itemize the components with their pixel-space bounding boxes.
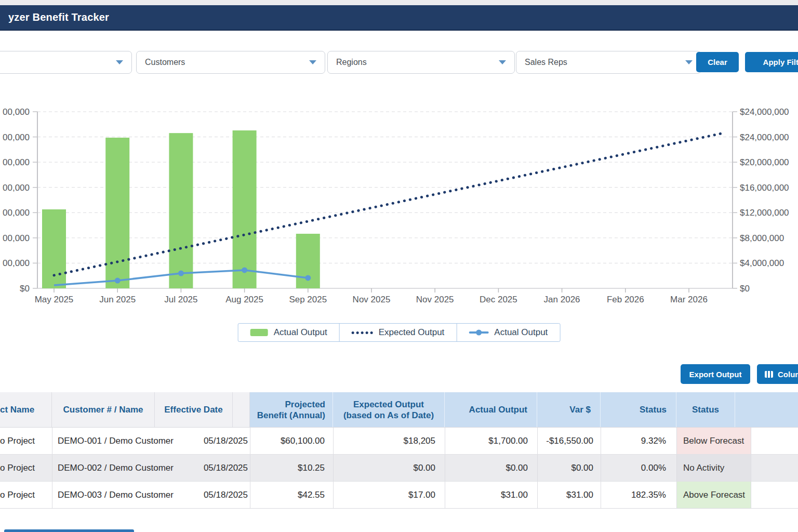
cell-expected-output: $17.00 bbox=[333, 482, 445, 508]
table-row[interactable]: o Project DEMO-002 / Demo Customer 05/18… bbox=[0, 454, 798, 481]
x-axis-label: Jan 2026 bbox=[544, 295, 580, 304]
table-row[interactable]: o Project DEMO-003 / Demo Customer 05/18… bbox=[0, 481, 798, 509]
left-axis-tick-label: 00,000 bbox=[3, 233, 30, 243]
apply-filters-button[interactable]: Apply Filters bbox=[745, 52, 798, 72]
right-axis-tick-label: $8,000,000 bbox=[740, 233, 784, 243]
x-axis-label: Mar 2026 bbox=[670, 295, 708, 304]
left-axis-tick-label: 00,000 bbox=[3, 258, 30, 268]
cell-customer-and-date: DEMO-003 / Demo Customer 05/18/2025 bbox=[52, 482, 250, 508]
column-header-expected-output[interactable]: Expected Output(based on As of Date) bbox=[333, 392, 445, 427]
right-axis-tick-label: $0 bbox=[740, 284, 750, 294]
actual-output-bar[interactable] bbox=[169, 133, 193, 288]
legend-item-actual-output-bar[interactable]: Actual Output bbox=[238, 324, 339, 341]
column-header-spacer bbox=[233, 392, 250, 427]
left-axis-tick-label: $0 bbox=[20, 284, 30, 294]
x-axis-label: Jul 2025 bbox=[164, 295, 197, 304]
left-axis-tick-label: 00,000 bbox=[3, 208, 30, 218]
filter-dropdown-first[interactable] bbox=[0, 51, 132, 74]
x-axis-label: Nov 2025 bbox=[416, 295, 454, 304]
table-row[interactable]: o Project DEMO-001 / Demo Customer 05/18… bbox=[0, 427, 798, 454]
x-axis-label: Feb 2026 bbox=[607, 295, 644, 304]
filter-dropdown-sales-reps-label: Sales Reps bbox=[525, 58, 567, 67]
page-title: yzer Benefit Tracker bbox=[8, 11, 109, 23]
actual-output-marker[interactable] bbox=[305, 275, 311, 281]
actual-output-bar[interactable] bbox=[105, 138, 129, 288]
filter-dropdown-sales-reps[interactable]: Sales Reps bbox=[516, 51, 701, 74]
column-header-status[interactable]: Status bbox=[676, 392, 735, 427]
actual-output-marker[interactable] bbox=[115, 278, 121, 284]
app-root: yzer Benefit Tracker Customers Regions S… bbox=[0, 0, 798, 532]
x-axis-label: Sep 2025 bbox=[289, 295, 327, 304]
filter-dropdown-customers[interactable]: Customers bbox=[136, 51, 325, 74]
filter-bar: Customers Regions Sales Reps Clear Apply… bbox=[0, 51, 798, 75]
legend-item-actual-output-line[interactable]: Actual Output bbox=[456, 324, 560, 341]
column-header-project-name[interactable]: ct Name bbox=[0, 392, 52, 427]
cell-effective-date: 05/18/2025 bbox=[204, 490, 248, 500]
cell-trailing-blank bbox=[751, 482, 798, 508]
right-axis-tick-label: $24,000,000 bbox=[740, 132, 789, 142]
expected-output-line[interactable] bbox=[54, 132, 726, 275]
columns-button-label: Columns bbox=[778, 370, 798, 379]
horizontal-scrollbar-thumb[interactable] bbox=[4, 529, 134, 532]
legend-label: Expected Output bbox=[379, 327, 445, 338]
left-axis-tick-label: 00,000 bbox=[3, 157, 30, 167]
column-header-status-pct[interactable]: Status bbox=[601, 392, 676, 427]
clear-button[interactable]: Clear bbox=[696, 52, 739, 72]
filter-dropdown-regions[interactable]: Regions bbox=[327, 51, 515, 74]
chevron-down-icon bbox=[309, 60, 316, 64]
x-axis-label: Aug 2025 bbox=[225, 295, 263, 304]
chevron-down-icon bbox=[685, 60, 693, 64]
x-axis-label: Nov 2025 bbox=[353, 295, 391, 304]
benefit-combo-chart: 00,000$24,000,00000,000$24,000,00000,000… bbox=[0, 92, 798, 317]
table-header-row: ct Name Customer # / Name Effective Date… bbox=[0, 392, 798, 427]
column-header-var[interactable]: Var $ bbox=[537, 392, 601, 427]
column-header-customer[interactable]: Customer # / Name bbox=[52, 392, 155, 427]
actual-output-bar[interactable] bbox=[233, 130, 257, 288]
cell-projected-benefit: $42.55 bbox=[250, 482, 333, 508]
app-header: yzer Benefit Tracker bbox=[0, 5, 798, 31]
cell-projected-benefit: $10.25 bbox=[250, 455, 333, 481]
status-badge: No Activity bbox=[676, 455, 751, 481]
export-output-button[interactable]: Export Output bbox=[681, 364, 750, 384]
cell-customer: DEMO-003 / Demo Customer bbox=[52, 490, 174, 500]
cell-actual-output: $31.00 bbox=[445, 482, 537, 508]
output-table: ct Name Customer # / Name Effective Date… bbox=[0, 392, 798, 509]
right-axis-tick-label: $4,000,000 bbox=[740, 258, 784, 268]
status-badge: Above Forecast bbox=[676, 482, 751, 508]
x-axis-label: Jun 2025 bbox=[99, 295, 136, 304]
cell-actual-output: $0.00 bbox=[445, 455, 537, 481]
cell-status-pct: 182.35% bbox=[601, 482, 676, 508]
actual-output-marker[interactable] bbox=[242, 267, 247, 273]
column-header-projected-benefit[interactable]: ProjectedBenefit (Annual) bbox=[250, 392, 333, 427]
cell-var: -$16,550.00 bbox=[537, 428, 601, 454]
cell-project-name: o Project bbox=[0, 455, 52, 481]
x-axis-label: May 2025 bbox=[35, 295, 74, 304]
column-header-actual-output[interactable]: Actual Output bbox=[445, 392, 537, 427]
filter-dropdown-customers-label: Customers bbox=[145, 58, 185, 67]
cell-projected-benefit: $60,100.00 bbox=[250, 428, 333, 454]
chevron-down-icon bbox=[499, 60, 506, 64]
column-header-effective-date[interactable]: Effective Date bbox=[155, 392, 233, 427]
line-marker-swatch-icon bbox=[469, 331, 488, 334]
dotted-line-swatch-icon bbox=[352, 331, 373, 334]
legend-label: Actual Output bbox=[494, 327, 548, 338]
column-header-trailing-blank bbox=[735, 392, 798, 427]
columns-button[interactable]: Columns bbox=[757, 364, 798, 384]
actual-output-marker[interactable] bbox=[178, 271, 184, 276]
chevron-down-icon bbox=[116, 60, 123, 64]
columns-icon bbox=[765, 371, 773, 378]
right-axis-tick-label: $16,000,000 bbox=[740, 183, 789, 193]
legend-item-expected-output[interactable]: Expected Output bbox=[339, 324, 457, 341]
cell-customer: DEMO-001 / Demo Customer bbox=[52, 436, 174, 446]
status-badge: Below Forecast bbox=[676, 428, 751, 454]
cell-status-pct: 9.32% bbox=[601, 428, 676, 454]
cell-expected-output: $18,205 bbox=[333, 428, 445, 454]
cell-effective-date: 05/18/2025 bbox=[204, 436, 248, 446]
cell-project-name: o Project bbox=[0, 428, 52, 454]
cell-expected-output: $0.00 bbox=[333, 455, 445, 481]
right-axis-tick-label: $12,000,000 bbox=[740, 208, 789, 218]
cell-customer: DEMO-002 / Demo Customer bbox=[52, 463, 174, 473]
cell-customer-and-date: DEMO-002 / Demo Customer 05/18/2025 bbox=[52, 455, 250, 481]
bar-swatch-icon bbox=[250, 329, 268, 336]
right-axis-tick-label: $20,000,000 bbox=[740, 157, 789, 167]
